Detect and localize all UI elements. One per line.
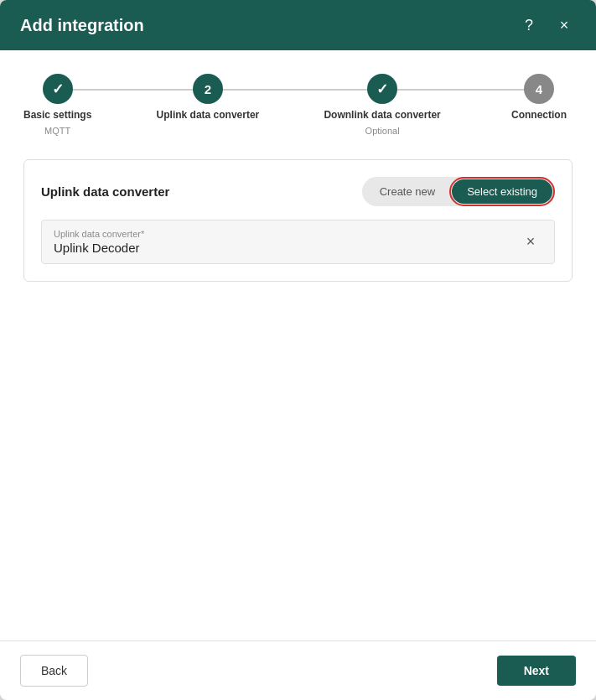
dialog-title: Add integration	[20, 16, 144, 35]
dialog-body: ✓ Basic settings MQTT 2 Uplink data conv…	[0, 50, 596, 640]
converter-header: Uplink data converter Create new Select …	[41, 177, 555, 206]
next-button[interactable]: Next	[497, 656, 576, 686]
step-2-label: Uplink data converter	[157, 109, 260, 121]
field-clear-button[interactable]: ×	[519, 231, 542, 254]
step-1-circle: ✓	[43, 74, 73, 104]
step-2-circle: 2	[193, 74, 223, 104]
converter-title: Uplink data converter	[41, 184, 169, 199]
add-integration-dialog: Add integration ? × ✓ Basic settings MQT…	[0, 0, 596, 700]
converter-field: Uplink data converter* Uplink Decoder ×	[41, 220, 555, 264]
converter-card: Uplink data converter Create new Select …	[23, 159, 573, 282]
step-2: 2 Uplink data converter	[157, 74, 260, 126]
step-4: 4 Connection	[505, 74, 573, 126]
step-3-label: Downlink data converter	[324, 109, 440, 121]
header-actions: ? ×	[517, 13, 576, 37]
field-label: Uplink data converter*	[54, 229, 144, 239]
select-existing-button[interactable]: Select existing	[452, 179, 552, 204]
help-button[interactable]: ?	[517, 13, 541, 37]
close-button[interactable]: ×	[552, 13, 576, 37]
step-1-label: Basic settings	[23, 109, 91, 121]
step-4-circle: 4	[524, 74, 554, 104]
step-4-label: Connection	[511, 109, 567, 121]
create-new-button[interactable]: Create new	[365, 179, 450, 204]
step-1-sublabel: MQTT	[44, 126, 70, 136]
toggle-group: Create new Select existing	[362, 177, 555, 206]
step-1: ✓ Basic settings MQTT	[23, 74, 91, 136]
step-3-sublabel: Optional	[365, 126, 400, 136]
dialog-footer: Back Next	[0, 640, 596, 700]
stepper: ✓ Basic settings MQTT 2 Uplink data conv…	[23, 74, 573, 136]
field-inner: Uplink data converter* Uplink Decoder	[54, 229, 144, 255]
dialog-header: Add integration ? ×	[0, 0, 596, 50]
back-button[interactable]: Back	[20, 655, 88, 687]
step-3: ✓ Downlink data converter Optional	[324, 74, 440, 136]
field-value: Uplink Decoder	[54, 241, 144, 255]
step-3-circle: ✓	[367, 74, 397, 104]
